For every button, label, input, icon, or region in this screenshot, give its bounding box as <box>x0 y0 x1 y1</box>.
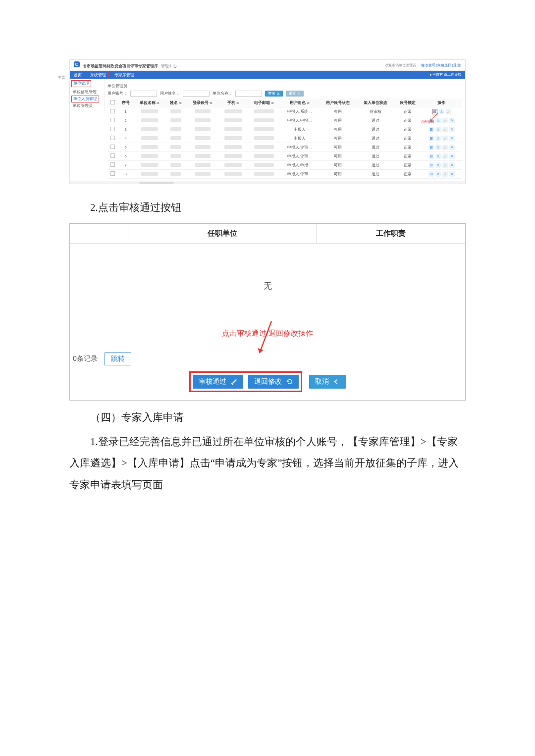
sort-icon[interactable] <box>307 101 310 105</box>
welcome-links[interactable]: [修改密码][角色选择][退出] <box>421 63 461 67</box>
sort-icon[interactable] <box>236 101 239 105</box>
op-audit-icon[interactable] <box>428 136 434 141</box>
op-audit-icon[interactable] <box>428 171 434 177</box>
op-user-icon[interactable] <box>435 153 441 159</box>
cell-name-blur <box>170 127 181 131</box>
cell-role: 申报人,系统… <box>280 107 319 116</box>
cell-name-blur <box>170 136 181 140</box>
cell-acct-state: 正常 <box>394 143 421 152</box>
table-row: 4申报人可用通过正常 <box>107 134 462 143</box>
op-edit-icon[interactable] <box>442 136 448 141</box>
cell-phone-blur <box>224 109 242 113</box>
horiz-scrollbar[interactable] <box>70 181 465 184</box>
filter-bar: 用户账号： 用户姓名： 单位名称： 查询 重置 <box>107 91 462 97</box>
s2-jump-button[interactable]: 跳转 <box>105 353 131 365</box>
op-audit-icon[interactable] <box>428 162 434 168</box>
row-checkbox[interactable] <box>110 171 115 176</box>
filter-account-input[interactable] <box>130 91 157 97</box>
row-checkbox[interactable] <box>110 145 115 149</box>
app-subtitle: 管理中心 <box>161 64 177 68</box>
cancel-button[interactable]: 取消 <box>309 375 346 389</box>
sort-icon[interactable] <box>179 101 182 105</box>
approve-button[interactable]: 审核通过 <box>193 375 243 389</box>
row-checkbox[interactable] <box>110 162 115 167</box>
op-view-icon[interactable] <box>449 162 455 168</box>
op-edit-icon[interactable] <box>446 109 451 114</box>
op-view-icon[interactable] <box>449 153 455 159</box>
op-audit-icon[interactable] <box>428 145 434 150</box>
scroll-thumb[interactable] <box>139 182 174 184</box>
row-checkbox[interactable] <box>110 109 115 113</box>
col-acct[interactable]: 登录账号 <box>187 99 219 107</box>
search-icon <box>276 92 280 96</box>
cell-acct-blur <box>195 172 211 176</box>
op-edit-icon[interactable] <box>442 145 448 150</box>
cell-org-blur <box>141 136 158 140</box>
nav-system[interactable]: 系统管理 <box>88 72 108 78</box>
col-email[interactable]: 电子邮箱 <box>248 99 280 107</box>
op-edit-icon[interactable] <box>442 153 448 159</box>
cell-idx: 5 <box>118 143 133 152</box>
reset-button[interactable]: 重置 <box>286 91 304 97</box>
op-view-icon[interactable] <box>449 145 455 150</box>
cell-acct-status: 可用 <box>319 134 357 143</box>
nav-notice[interactable]: ● 当前有 条工作提醒 <box>429 72 461 77</box>
row-checkbox[interactable] <box>110 153 115 158</box>
col-phone[interactable]: 手机 <box>218 99 248 107</box>
cell-acct-status: 可用 <box>319 161 357 170</box>
col-role[interactable]: 用户角色 <box>280 99 319 107</box>
checkbox-all[interactable] <box>110 100 115 104</box>
op-user-icon[interactable] <box>435 145 441 150</box>
cell-acct-blur <box>195 136 211 140</box>
cell-acct-state: 正常 <box>394 161 421 170</box>
row-checkbox[interactable] <box>110 136 115 140</box>
cell-email-blur <box>254 109 274 113</box>
op-edit-icon[interactable] <box>442 127 448 132</box>
user-table: 序号 单位名称 姓名 登录账号 手机 电子邮箱 用户角色 用户账号状态 加入单位… <box>107 99 462 179</box>
search-button[interactable]: 查询 <box>265 91 283 97</box>
sidebar-item-org-info[interactable]: 单位信息管理 <box>71 89 103 96</box>
op-audit-icon[interactable] <box>428 153 434 159</box>
col-name[interactable]: 姓名 <box>165 99 186 107</box>
cell-acct-state: 正常 <box>394 152 421 161</box>
col-acct-state: 账号锁定 <box>394 99 421 107</box>
cell-acct-status: 可用 <box>319 143 357 152</box>
op-user-icon[interactable] <box>435 136 441 141</box>
filter-name-input[interactable] <box>183 91 210 97</box>
op-audit-icon[interactable] <box>428 127 434 132</box>
filter-name-label: 用户姓名： <box>160 91 180 96</box>
cell-phone-blur <box>224 154 242 158</box>
op-edit-icon[interactable] <box>442 118 448 123</box>
sidebar-item-org-admin[interactable]: 单位管理员 <box>71 102 103 109</box>
op-user-icon[interactable] <box>435 171 441 177</box>
sort-icon[interactable] <box>210 101 213 105</box>
return-button[interactable]: 退回修改 <box>248 375 299 389</box>
s2-col-duty: 工作职责 <box>317 224 465 243</box>
op-view-icon[interactable] <box>449 136 455 141</box>
table-row: 3申报人可用通过正常 <box>107 125 462 134</box>
cell-acct-status: 可用 <box>319 116 357 125</box>
op-user-icon[interactable] <box>439 109 444 114</box>
op-edit-icon[interactable] <box>442 171 448 177</box>
sort-icon[interactable] <box>271 101 274 105</box>
row-checkbox[interactable] <box>110 127 115 131</box>
op-view-icon[interactable] <box>449 171 455 177</box>
nav-expert-lib[interactable]: 专家库管理 <box>114 72 134 78</box>
table-row: 6申报人,评审…可用通过正常 <box>107 152 462 161</box>
col-org[interactable]: 单位名称 <box>133 99 165 107</box>
filter-org-input[interactable] <box>235 91 262 97</box>
op-view-icon[interactable] <box>449 118 455 123</box>
doc-section4-title: （四）专家入库申请 <box>69 410 466 424</box>
cell-idx: 2 <box>118 116 133 125</box>
op-user-icon[interactable] <box>435 162 441 168</box>
sidebar-item-org-members[interactable]: 单位人员管理 <box>71 96 99 102</box>
cell-role: 申报人,申报… <box>280 161 319 170</box>
nav-home[interactable]: 首页 <box>74 72 82 78</box>
op-user-icon[interactable] <box>435 127 441 132</box>
op-view-icon[interactable] <box>449 127 455 132</box>
sidebar-header[interactable]: 单位管理 <box>71 80 91 87</box>
op-edit-icon[interactable] <box>442 162 448 168</box>
sort-icon[interactable] <box>157 101 160 105</box>
cell-name-blur <box>170 154 181 158</box>
row-checkbox[interactable] <box>110 118 115 122</box>
